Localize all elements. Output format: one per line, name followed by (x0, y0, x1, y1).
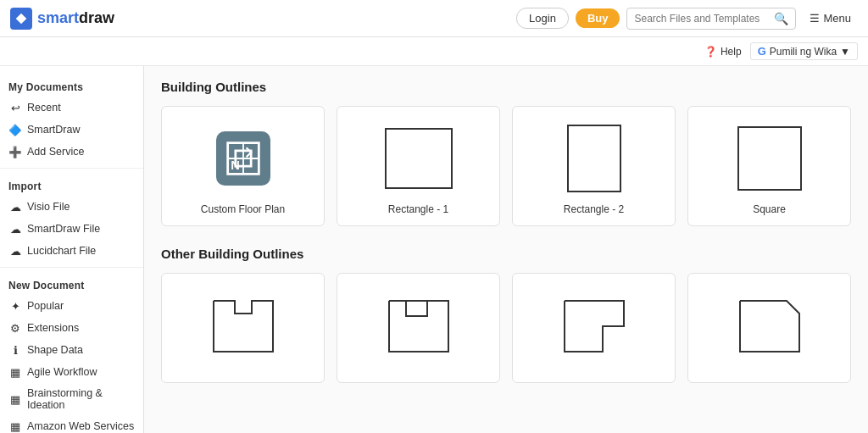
logo: smartdraw (10, 8, 114, 30)
lshape2-svg (381, 292, 457, 360)
sidebar-label-aws: Amazon Web Services (27, 420, 134, 432)
card-thumb-floor-plan: N (201, 120, 286, 197)
sidebar-item-recent[interactable]: ↩ Recent (0, 97, 143, 119)
sidebar-label-lucidchart: Lucidchart File (27, 245, 96, 257)
main-layout: My Documents ↩ Recent 🔷 SmartDraw ➕ Add … (0, 66, 868, 433)
sidebar-label-agile: Agile Workflow (27, 366, 97, 378)
agile-icon: ▦ (8, 365, 22, 379)
sidebar-label-shape-data: Shape Data (27, 344, 83, 356)
lucidchart-icon: ☁ (8, 244, 22, 258)
card-thumb-lshape4 (727, 288, 812, 364)
logo-text: smartdraw (37, 9, 114, 27)
card-thumb-square (727, 120, 812, 197)
sidebar-label-visio: Visio File (27, 201, 70, 213)
aws-icon: ▦ (8, 419, 22, 433)
sidebar-item-lucidchart[interactable]: ☁ Lucidchart File (0, 240, 143, 262)
card-lshape1[interactable] (161, 273, 325, 383)
search-bar: 🔍 (626, 8, 796, 30)
help-label: Help (721, 46, 742, 58)
card-thumb-lshape2 (376, 288, 461, 364)
sidebar-item-add-service[interactable]: ➕ Add Service (0, 141, 143, 163)
divider-2 (0, 267, 143, 268)
card-thumb-lshape3 (552, 288, 637, 364)
sidebar-label-smartdraw-file: SmartDraw File (27, 223, 100, 235)
cards-grid-1: N Custom Floor Plan Rectangle - 1 Rectan… (161, 106, 851, 226)
card-thumb-lshape1 (201, 288, 286, 364)
help-button[interactable]: ❓ Help (704, 46, 742, 58)
divider-1 (0, 168, 143, 169)
sidebar-label-recent: Recent (27, 102, 61, 114)
card-thumb-rect1 (376, 120, 461, 197)
sidebar-item-aws[interactable]: ▦ Amazon Web Services (0, 415, 143, 433)
smartdraw-icon: 🔷 (8, 123, 22, 136)
floor-plan-icon: N (216, 131, 270, 186)
sidebar-label-add-service: Add Service (27, 146, 84, 158)
buy-button[interactable]: Buy (576, 8, 620, 28)
sidebar-item-smartdraw-file[interactable]: ☁ SmartDraw File (0, 218, 143, 240)
language-button[interactable]: G Pumili ng Wika ▼ (750, 42, 858, 60)
shape-data-icon: ℹ (8, 343, 22, 357)
help-icon: ❓ (704, 46, 717, 58)
card-label-floor-plan: Custom Floor Plan (201, 203, 285, 215)
card-label-rect2: Rectangle - 2 (564, 203, 624, 215)
square-shape (737, 126, 802, 191)
search-icon: 🔍 (774, 12, 788, 25)
lshape3-svg (556, 292, 632, 360)
sidebar-item-extensions[interactable]: ⚙ Extensions (0, 317, 143, 339)
card-square[interactable]: Square (687, 106, 851, 226)
sidebar-label-smartdraw: SmartDraw (27, 124, 81, 136)
brainstorming-icon: ▦ (8, 392, 22, 406)
add-service-icon: ➕ (8, 145, 22, 158)
sidebar-item-smartdraw[interactable]: 🔷 SmartDraw (0, 119, 143, 141)
sidebar: My Documents ↩ Recent 🔷 SmartDraw ➕ Add … (0, 66, 144, 433)
card-custom-floor-plan[interactable]: N Custom Floor Plan (161, 106, 325, 226)
visio-icon: ☁ (8, 200, 22, 214)
lshape4-svg (732, 292, 808, 360)
extensions-icon: ⚙ (8, 321, 22, 335)
header: smartdraw Login Buy 🔍 ☰ Menu (0, 0, 868, 37)
sidebar-label-extensions: Extensions (27, 322, 79, 334)
card-rect1[interactable]: Rectangle - 1 (337, 106, 500, 226)
sidebar-item-shape-data[interactable]: ℹ Shape Data (0, 339, 143, 361)
my-documents-title: My Documents (0, 75, 143, 97)
sidebar-label-popular: Popular (27, 300, 64, 312)
smartdraw-file-icon: ☁ (8, 222, 22, 236)
recent-icon: ↩ (8, 101, 22, 114)
card-label-square: Square (753, 203, 786, 215)
section1-title: Building Outlines (161, 80, 851, 94)
sidebar-label-brainstorming: Brainstorming & Ideation (27, 387, 135, 411)
card-lshape4[interactable] (687, 273, 851, 383)
sidebar-item-visio[interactable]: ☁ Visio File (0, 196, 143, 218)
content-area: Building Outlines N Custom Floor Plan Re… (144, 66, 868, 433)
cards-grid-2 (161, 273, 851, 383)
header-actions: Login Buy 🔍 ☰ Menu (516, 8, 858, 30)
sub-header: ❓ Help G Pumili ng Wika ▼ (0, 37, 868, 66)
login-button[interactable]: Login (516, 8, 569, 29)
sidebar-item-brainstorming[interactable]: ▦ Brainstorming & Ideation (0, 383, 143, 415)
card-lshape3[interactable] (512, 273, 676, 383)
menu-button[interactable]: ☰ Menu (803, 8, 858, 28)
sidebar-item-popular[interactable]: ✦ Popular (0, 295, 143, 317)
popular-icon: ✦ (8, 299, 22, 313)
card-label-rect1: Rectangle - 1 (388, 203, 448, 215)
section2-title: Other Building Outlines (161, 247, 851, 261)
hamburger-icon: ☰ (810, 12, 820, 25)
svg-text:N: N (231, 158, 240, 172)
card-lshape2[interactable] (337, 273, 500, 383)
lang-label: Pumili ng Wika (770, 46, 837, 58)
import-title: Import (0, 174, 143, 196)
rect1-shape (385, 128, 453, 189)
card-thumb-rect2 (552, 120, 637, 197)
menu-label: Menu (823, 12, 851, 25)
logo-icon (10, 8, 32, 30)
card-rect2[interactable]: Rectangle - 2 (512, 106, 676, 226)
rect2-shape (567, 125, 621, 192)
lshape1-svg (205, 292, 281, 360)
sidebar-item-agile-workflow[interactable]: ▦ Agile Workflow (0, 361, 143, 383)
chevron-down-icon: ▼ (840, 46, 850, 58)
new-document-title: New Document (0, 273, 143, 295)
search-input[interactable] (634, 13, 769, 25)
google-icon: G (758, 45, 766, 58)
